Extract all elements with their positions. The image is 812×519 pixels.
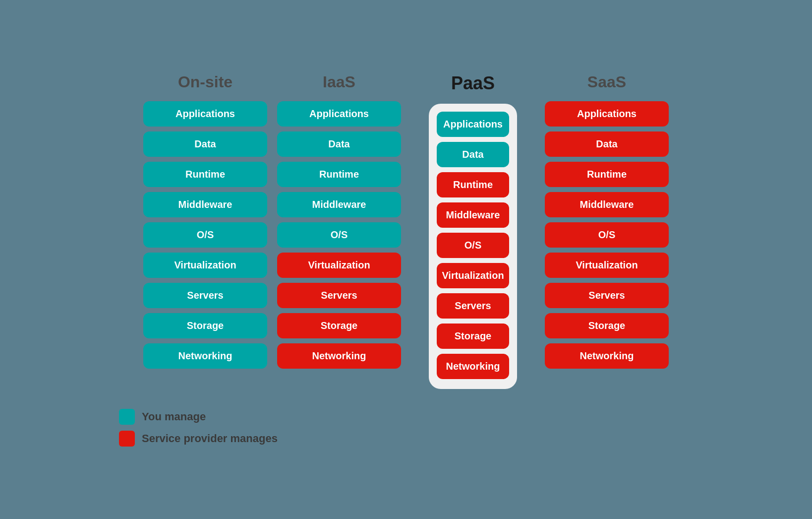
chip-saas-3: Middleware	[545, 192, 669, 217]
header-saas: SaaS	[587, 73, 626, 91]
legend-item-0: You manage	[119, 409, 278, 425]
chip-iaas-1: Data	[277, 131, 401, 157]
chip-saas-4: O/S	[545, 222, 669, 248]
header-onsite: On-site	[178, 73, 232, 91]
paas-wrapper: ApplicationsDataRuntimeMiddlewareO/SVirt…	[429, 104, 517, 389]
items-onsite: ApplicationsDataRuntimeMiddlewareO/SVirt…	[143, 101, 267, 369]
chip-iaas-8: Networking	[277, 343, 401, 369]
column-saas: SaaSApplicationsDataRuntimeMiddlewareO/S…	[545, 73, 669, 369]
chip-paas-4: O/S	[437, 233, 509, 258]
column-paas: PaaSApplicationsDataRuntimeMiddlewareO/S…	[411, 73, 535, 389]
chip-onsite-2: Runtime	[143, 162, 267, 187]
chip-paas-3: Middleware	[437, 202, 509, 228]
column-onsite: On-siteApplicationsDataRuntimeMiddleware…	[143, 73, 267, 369]
chip-saas-0: Applications	[545, 101, 669, 127]
chip-onsite-5: Virtualization	[143, 253, 267, 278]
chip-onsite-4: O/S	[143, 222, 267, 248]
header-iaas: IaaS	[323, 73, 355, 91]
legend: You manageService provider manages	[119, 409, 278, 447]
chip-onsite-0: Applications	[143, 101, 267, 127]
chip-iaas-4: O/S	[277, 222, 401, 248]
chip-paas-1: Data	[437, 142, 509, 167]
chip-onsite-1: Data	[143, 131, 267, 157]
chip-saas-2: Runtime	[545, 162, 669, 187]
chip-onsite-8: Networking	[143, 343, 267, 369]
items-saas: ApplicationsDataRuntimeMiddlewareO/SVirt…	[545, 101, 669, 369]
chip-iaas-0: Applications	[277, 101, 401, 127]
bottom-section: You manageService provider manages	[30, 394, 782, 447]
chip-onsite-7: Storage	[143, 313, 267, 338]
chip-saas-5: Virtualization	[545, 253, 669, 278]
chip-iaas-6: Servers	[277, 283, 401, 308]
header-paas: PaaS	[451, 73, 495, 94]
legend-item-1: Service provider manages	[119, 431, 278, 447]
columns-wrapper: On-siteApplicationsDataRuntimeMiddleware…	[143, 73, 669, 389]
chip-paas-2: Runtime	[437, 172, 509, 197]
chip-iaas-3: Middleware	[277, 192, 401, 217]
chip-iaas-2: Runtime	[277, 162, 401, 187]
chip-saas-7: Storage	[545, 313, 669, 338]
chip-paas-6: Servers	[437, 293, 509, 319]
legend-dot-red	[119, 431, 135, 447]
items-paas: ApplicationsDataRuntimeMiddlewareO/SVirt…	[437, 112, 509, 379]
legend-text-0: You manage	[142, 410, 206, 423]
legend-dot-teal	[119, 409, 135, 425]
chip-saas-1: Data	[545, 131, 669, 157]
chip-onsite-3: Middleware	[143, 192, 267, 217]
chip-iaas-5: Virtualization	[277, 253, 401, 278]
chip-paas-5: Virtualization	[437, 263, 509, 288]
chip-onsite-6: Servers	[143, 283, 267, 308]
column-iaas: IaaSApplicationsDataRuntimeMiddlewareO/S…	[277, 73, 401, 369]
chip-paas-8: Networking	[437, 354, 509, 379]
legend-text-1: Service provider manages	[142, 432, 278, 445]
diagram-container: On-siteApplicationsDataRuntimeMiddleware…	[0, 53, 812, 466]
chip-saas-8: Networking	[545, 343, 669, 369]
chip-paas-7: Storage	[437, 324, 509, 349]
items-iaas: ApplicationsDataRuntimeMiddlewareO/SVirt…	[277, 101, 401, 369]
chip-iaas-7: Storage	[277, 313, 401, 338]
chip-paas-0: Applications	[437, 112, 509, 137]
chip-saas-6: Servers	[545, 283, 669, 308]
